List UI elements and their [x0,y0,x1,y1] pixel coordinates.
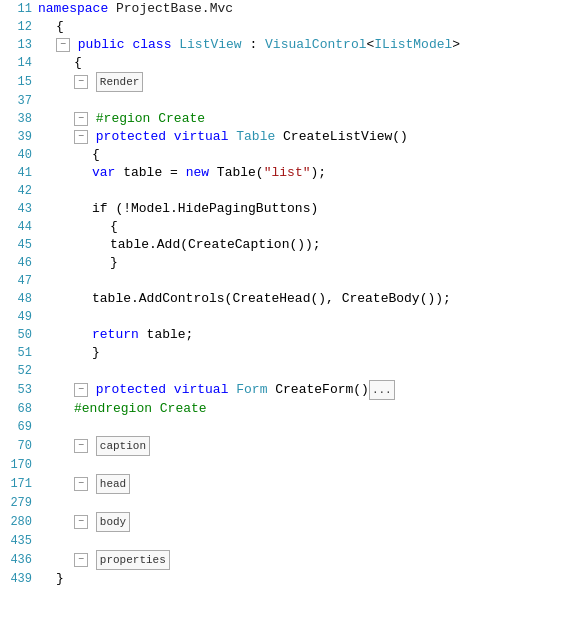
code-token: public [78,37,133,52]
code-token: VisualControl [265,37,366,52]
table-row: 38− #region Create [0,110,578,128]
line-number: 46 [0,254,38,272]
code-token: } [92,345,100,360]
table-row: 15− Render [0,72,578,92]
line-number: 68 [0,400,38,418]
table-row: 39− protected virtual Table CreateListVi… [0,128,578,146]
line-number: 40 [0,146,38,164]
code-token: virtual [174,382,236,397]
table-row: 44{ [0,218,578,236]
code-token: table = [123,165,185,180]
table-row: 439} [0,570,578,588]
line-number: 52 [0,362,38,380]
expand-icon[interactable]: − [56,38,70,52]
line-number: 11 [0,0,38,18]
code-token: Table [236,129,275,144]
table-row: 37 [0,92,578,110]
table-row: 50return table; [0,326,578,344]
code-token: virtual [174,129,236,144]
collapsed-block[interactable]: caption [96,436,150,456]
code-token: ProjectBase.Mvc [116,1,233,16]
line-number: 70 [0,437,38,455]
collapsed-block[interactable]: body [96,512,130,532]
collapsed-block[interactable]: properties [96,550,170,570]
code-token: CreateListView() [275,129,408,144]
code-token: table; [147,327,194,342]
line-number: 13 [0,36,38,54]
table-row: 435 [0,532,578,550]
line-number: 69 [0,418,38,436]
code-token: table.Add(CreateCaption()); [110,237,321,252]
table-row: 280− body [0,512,578,532]
line-number: 41 [0,164,38,182]
table-row: 279 [0,494,578,512]
code-token: #region Create [96,111,205,126]
code-token: { [56,19,64,34]
line-number: 49 [0,308,38,326]
line-number: 51 [0,344,38,362]
expand-icon[interactable]: − [74,75,88,89]
table-row: 171− head [0,474,578,494]
table-row: 43if (!Model.HidePagingButtons) [0,200,578,218]
code-token: protected [96,129,174,144]
line-number: 170 [0,456,38,474]
table-row: 13− public class ListView : VisualContro… [0,36,578,54]
table-row: 53− protected virtual Form CreateForm().… [0,380,578,400]
code-token: Table( [217,165,264,180]
code-token: { [74,55,82,70]
table-row: 70− caption [0,436,578,456]
table-row: 47 [0,272,578,290]
code-token: > [452,37,460,52]
table-row: 11namespace ProjectBase.Mvc [0,0,578,18]
code-token: CreateForm() [267,382,368,397]
expand-icon[interactable]: − [74,112,88,126]
table-row: 49 [0,308,578,326]
table-row: 51} [0,344,578,362]
line-number: 436 [0,551,38,569]
line-number: 171 [0,475,38,493]
collapsed-block[interactable]: head [96,474,130,494]
line-number: 14 [0,54,38,72]
code-token: table.AddControls(CreateHead(), CreateBo… [92,291,451,306]
line-number: 15 [0,73,38,91]
line-number: 43 [0,200,38,218]
line-number: 39 [0,128,38,146]
ellipsis-block[interactable]: ... [369,380,395,400]
expand-icon[interactable]: − [74,477,88,491]
line-number: 47 [0,272,38,290]
code-token: return [92,327,147,342]
table-row: 45table.Add(CreateCaption()); [0,236,578,254]
table-row: 14{ [0,54,578,72]
line-number: 37 [0,92,38,110]
expand-icon[interactable]: − [74,130,88,144]
code-token: #endregion Create [74,401,207,416]
line-number: 50 [0,326,38,344]
code-token: Form [236,382,267,397]
code-token: { [110,219,118,234]
code-editor: 11namespace ProjectBase.Mvc12{13− public… [0,0,578,637]
expand-icon[interactable]: − [74,383,88,397]
table-row: 436− properties [0,550,578,570]
table-row: 68#endregion Create [0,400,578,418]
code-token: ListView [179,37,241,52]
line-number: 42 [0,182,38,200]
code-token: new [186,165,217,180]
table-row: 42 [0,182,578,200]
table-row: 41var table = new Table("list"); [0,164,578,182]
expand-icon[interactable]: − [74,553,88,567]
code-token: class [132,37,179,52]
line-number: 279 [0,494,38,512]
line-number: 53 [0,381,38,399]
expand-icon[interactable]: − [74,515,88,529]
line-number: 435 [0,532,38,550]
table-row: 52 [0,362,578,380]
code-token: } [110,255,118,270]
line-number: 439 [0,570,38,588]
expand-icon[interactable]: − [74,439,88,453]
table-row: 40{ [0,146,578,164]
code-token: } [56,571,64,586]
line-number: 48 [0,290,38,308]
collapsed-block[interactable]: Render [96,72,144,92]
code-token: var [92,165,123,180]
table-row: 69 [0,418,578,436]
